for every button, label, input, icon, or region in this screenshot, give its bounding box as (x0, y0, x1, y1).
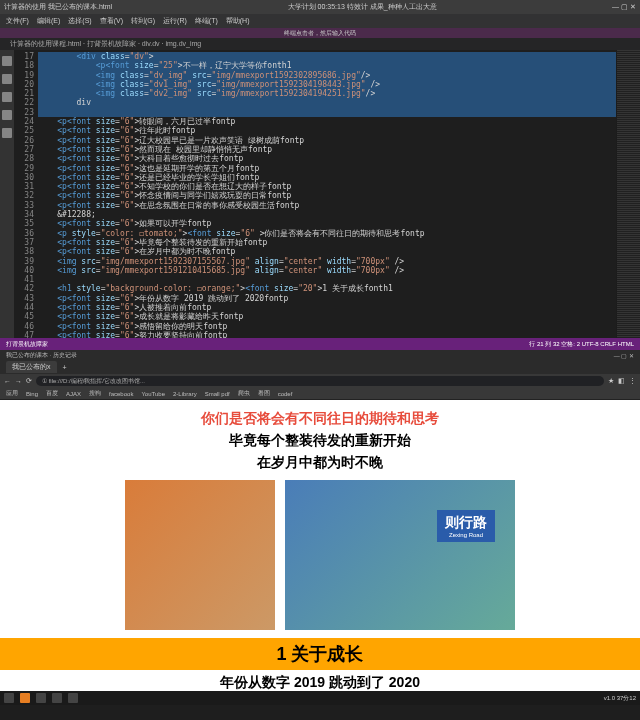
forward-icon[interactable]: → (15, 378, 22, 385)
menu-terminal[interactable]: 终端(T) (195, 16, 218, 26)
image-2: 则行路 Zexing Road (285, 480, 515, 630)
menu-goto[interactable]: 转到(G) (131, 16, 155, 26)
browser-window-controls[interactable]: — ▢ ✕ (614, 352, 634, 359)
bm[interactable]: Small pdf (205, 391, 230, 397)
task-icon[interactable] (36, 693, 46, 703)
address-bar[interactable]: ① file:///D:/编程/我指挥/它改改图书馆... (36, 376, 604, 386)
bm[interactable]: 搜狗 (89, 389, 101, 398)
heading-2: 毕竟每个整装待发的重新开始 (0, 432, 640, 450)
bm[interactable]: 看图 (258, 389, 270, 398)
extensions-icon[interactable] (2, 128, 12, 138)
menu-edit[interactable]: 编辑(E) (37, 16, 60, 26)
debug-icon[interactable] (2, 110, 12, 120)
menubar[interactable]: 文件(F) 编辑(E) 选择(S) 查看(V) 转到(G) 运行(R) 终端(T… (0, 14, 640, 28)
bm[interactable]: Bing (26, 391, 38, 397)
bm[interactable]: 爬虫 (238, 389, 250, 398)
browser-tab-1[interactable]: 我已公布的x (6, 361, 57, 373)
search-center-bar[interactable]: 终端点击者，然后输入代码 (0, 28, 640, 38)
statusbar[interactable]: 打背景机故障家 行 21 列 32 空格: 2 UTF-8 CRLF HTML (0, 338, 640, 350)
bm-apps[interactable]: 应用 (6, 389, 18, 398)
start-icon[interactable] (4, 693, 14, 703)
menu-select[interactable]: 选择(S) (68, 16, 91, 26)
bookmarks-bar[interactable]: 应用 Bing 百度 AJAX 搜狗 facebook YouTube 2-Li… (0, 388, 640, 400)
editor[interactable]: 17 18 19 20 21 22 23 24 25 26 27 28 29 3… (14, 50, 640, 338)
title-left: 计算器的使用 我已公布的课本.html (4, 2, 112, 12)
bm[interactable]: facebook (109, 391, 133, 397)
bm[interactable]: YouTube (141, 391, 165, 397)
menu-help[interactable]: 帮助(H) (226, 16, 250, 26)
minimap[interactable] (616, 50, 640, 338)
reload-icon[interactable]: ⟳ (26, 377, 32, 385)
files-icon[interactable] (2, 56, 12, 66)
task-icon[interactable] (52, 693, 62, 703)
street-sign: 则行路 Zexing Road (437, 510, 495, 542)
bm[interactable]: 百度 (46, 389, 58, 398)
sign-sub: Zexing Road (445, 532, 487, 538)
code-area[interactable]: <div class="dv"> <p<font size="25">不一样，辽… (38, 50, 616, 338)
browser-tabs[interactable]: 我已公布的x + (0, 360, 640, 374)
bm[interactable]: AJAX (66, 391, 81, 397)
section-header: 1 关于成长 (0, 638, 640, 670)
title-center: 大学计划 00:35:13 特效计 成果_种种人工出大意 (288, 2, 437, 12)
status-right[interactable]: 行 21 列 32 空格: 2 UTF-8 CRLF HTML (529, 340, 634, 349)
image-1 (125, 480, 275, 630)
bm[interactable]: 2-Library (173, 391, 197, 397)
status-left[interactable]: 打背景机故障家 (6, 340, 48, 349)
extension-icon[interactable]: ★ (608, 377, 614, 385)
heading-3: 在岁月中都为时不晚 (0, 454, 640, 472)
page-viewport[interactable]: 你们是否将会有不同往日的期待和思考 毕竟每个整装待发的重新开始 在岁月中都为时不… (0, 400, 640, 691)
breadcrumb[interactable]: 计算器的使用课程.html · 打背景机故障家 · div.dv · img.d… (10, 39, 201, 49)
taskbar-right-text: v1.0 37分12 (604, 694, 636, 703)
menu-icon[interactable]: ⋮ (629, 377, 636, 385)
image-row: 则行路 Zexing Road (0, 480, 640, 630)
menu-view[interactable]: 查看(V) (100, 16, 123, 26)
heading-red: 你们是否将会有不同往日的期待和思考 (0, 410, 640, 428)
extension-icon[interactable]: ◧ (618, 377, 625, 385)
browser-title: 我已公布的课本 · 历史记录 (6, 351, 77, 360)
browser-toolbar[interactable]: ← → ⟳ ① file:///D:/编程/我指挥/它改改图书馆... ★ ◧ … (0, 374, 640, 388)
bm[interactable]: codef (278, 391, 293, 397)
activity-bar[interactable] (0, 50, 14, 338)
menu-file[interactable]: 文件(F) (6, 16, 29, 26)
vscode-window: 计算器的使用 我已公布的课本.html 大学计划 00:35:13 特效计 成果… (0, 0, 640, 350)
search-icon[interactable] (2, 74, 12, 84)
url-text: ① file:///D:/编程/我指挥/它改改图书馆... (42, 377, 145, 386)
back-icon[interactable]: ← (4, 378, 11, 385)
browser-window: 我已公布的课本 · 历史记录 — ▢ ✕ 我已公布的x + ← → ⟳ ① fi… (0, 350, 640, 705)
titlebar[interactable]: 计算器的使用 我已公布的课本.html 大学计划 00:35:13 特效计 成果… (0, 0, 640, 14)
window-controls[interactable]: — ▢ ✕ (612, 3, 636, 11)
section-title: 1 关于成长 (0, 642, 640, 666)
os-taskbar[interactable]: v1.0 37分12 (0, 691, 640, 705)
task-icon[interactable] (20, 693, 30, 703)
editor-tabs[interactable]: 计算器的使用课程.html · 打背景机故障家 · div.dv · img.d… (0, 38, 640, 50)
git-icon[interactable] (2, 92, 12, 102)
task-icon[interactable] (68, 693, 78, 703)
sign-main: 则行路 (445, 514, 487, 530)
menu-run[interactable]: 运行(R) (163, 16, 187, 26)
new-tab-button[interactable]: + (63, 364, 67, 371)
line-gutter: 17 18 19 20 21 22 23 24 25 26 27 28 29 3… (14, 50, 38, 338)
browser-titlebar[interactable]: 我已公布的课本 · 历史记录 — ▢ ✕ (0, 350, 640, 360)
search-text[interactable]: 终端点击者，然后输入代码 (284, 29, 356, 38)
line-4: 年份从数字 2019 跳动到了 2020 (0, 674, 640, 691)
